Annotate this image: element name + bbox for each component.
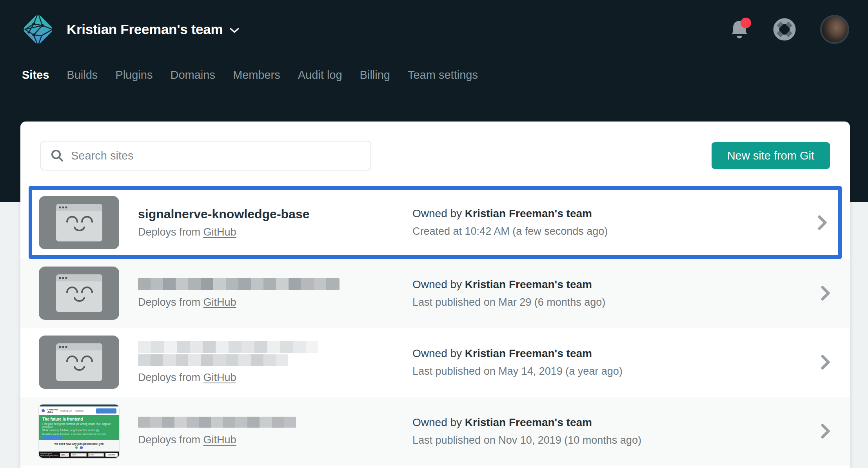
mini-site-header: Frontend Jobs Mailing List Contact bbox=[39, 406, 119, 415]
tab-builds[interactable]: Builds bbox=[67, 67, 98, 83]
github-link[interactable]: GitHub bbox=[203, 226, 236, 238]
deploy-source-line: Deploys from GitHub bbox=[138, 226, 412, 238]
mini-site-footer-text: frontend jobs directly in your inbox bbox=[40, 453, 58, 457]
chevron-right-icon[interactable] bbox=[821, 286, 830, 301]
notifications-button[interactable] bbox=[730, 19, 749, 40]
mini-site-footer: frontend jobs directly in your inbox Dai… bbox=[39, 452, 119, 458]
redacted-site-name bbox=[138, 354, 288, 366]
deploy-source-line: Deploys from GitHub bbox=[138, 434, 412, 446]
mini-site-select: Daily bbox=[60, 453, 69, 457]
netlify-logo-icon[interactable] bbox=[22, 12, 54, 47]
owner-team-name: Kristian Freeman's team bbox=[465, 278, 592, 290]
site-row-redacted-3[interactable]: Frontend Jobs Mailing List Contact The f… bbox=[20, 397, 850, 466]
owned-prefix: Owned by bbox=[412, 207, 465, 219]
tab-plugins[interactable]: Plugins bbox=[115, 67, 153, 83]
mini-site-hero-title: The future is frontend bbox=[42, 417, 116, 421]
redacted-site-name bbox=[138, 278, 340, 290]
deploy-prefix: Deploys from bbox=[138, 296, 203, 308]
team-nav: Sites Builds Plugins Domains Members Aud… bbox=[0, 67, 868, 83]
tab-billing[interactable]: Billing bbox=[360, 67, 390, 83]
tab-audit-log[interactable]: Audit log bbox=[298, 67, 342, 83]
deploy-source-line: Deploys from GitHub bbox=[138, 296, 412, 308]
site-placeholder-thumbnail bbox=[39, 267, 119, 320]
mini-site-name-input: Name bbox=[71, 453, 87, 457]
header-actions bbox=[730, 15, 849, 44]
owned-prefix: Owned by bbox=[412, 278, 465, 290]
sites-card: New site from Git signalnerve-knowledge-… bbox=[20, 122, 850, 468]
site-meta: Last published on Mar 29 (6 months ago) bbox=[412, 296, 821, 308]
sites-toolbar: New site from Git bbox=[20, 122, 850, 186]
mini-site-emoji-dots bbox=[75, 446, 83, 449]
site-screenshot-thumbnail: Frontend Jobs Mailing List Contact The f… bbox=[39, 405, 119, 458]
deploy-prefix: Deploys from bbox=[138, 226, 203, 238]
mini-site-nav-item: Mailing List bbox=[60, 410, 72, 412]
green-dot bbox=[75, 446, 78, 449]
search-icon bbox=[51, 149, 64, 162]
chevron-right-icon[interactable] bbox=[821, 355, 830, 370]
tab-members[interactable]: Members bbox=[233, 67, 280, 83]
owned-by-line: Owned by Kristian Freeman's team bbox=[412, 207, 818, 220]
mini-site-brand: Frontend Jobs bbox=[47, 408, 58, 413]
owned-by-line: Owned by Kristian Freeman's team bbox=[412, 347, 821, 360]
top-bar: Kristian Freeman's team bbox=[0, 0, 868, 59]
owned-by-line: Owned by Kristian Freeman's team bbox=[412, 278, 821, 291]
owner-team-name: Kristian Freeman's team bbox=[465, 207, 592, 219]
tab-sites[interactable]: Sites bbox=[22, 67, 49, 83]
mini-site-hero: The future is frontend Find your next gr… bbox=[39, 415, 119, 440]
redacted-site-name bbox=[138, 341, 318, 353]
owned-prefix: Owned by bbox=[412, 416, 465, 428]
site-meta: Last published on May 14, 2019 (a year a… bbox=[412, 365, 821, 377]
site-row-signalnerve-knowledge-base[interactable]: signalnerve-knowledge-base Deploys from … bbox=[32, 190, 838, 255]
user-avatar[interactable] bbox=[820, 15, 849, 44]
blue-dot bbox=[80, 446, 83, 449]
owner-team-name: Kristian Freeman's team bbox=[465, 347, 592, 359]
mini-site-cta-button bbox=[96, 408, 116, 414]
mini-site-nav: Mailing List Contact bbox=[60, 410, 84, 412]
tab-team-settings[interactable]: Team settings bbox=[408, 67, 478, 83]
mini-site-logo-icon bbox=[42, 409, 45, 412]
chevron-right-icon[interactable] bbox=[818, 215, 827, 230]
github-link[interactable]: GitHub bbox=[203, 372, 236, 383]
redacted-site-name bbox=[138, 417, 296, 428]
deploy-prefix: Deploys from bbox=[138, 372, 203, 383]
team-name: Kristian Freeman's team bbox=[67, 22, 223, 37]
tab-domains[interactable]: Domains bbox=[170, 67, 215, 83]
site-row-redacted-1[interactable]: Deploys from GitHub Owned by Kristian Fr… bbox=[20, 259, 850, 328]
mini-site-email-input: Email bbox=[88, 453, 104, 457]
owner-team-name: Kristian Freeman's team bbox=[465, 416, 592, 428]
mini-site-nav-item: Contact bbox=[75, 410, 84, 412]
search-box bbox=[40, 141, 371, 171]
new-site-from-git-button[interactable]: New site from Git bbox=[712, 142, 830, 169]
site-meta: Created at 10:42 AM (a few seconds ago) bbox=[412, 225, 818, 238]
selected-site-highlight: signalnerve-knowledge-base Deploys from … bbox=[29, 186, 842, 259]
site-placeholder-thumbnail bbox=[39, 336, 119, 389]
deploy-prefix: Deploys from bbox=[138, 434, 203, 446]
site-meta: Last published on Nov 10, 2019 (10 month… bbox=[412, 434, 821, 446]
site-placeholder-thumbnail bbox=[39, 196, 119, 249]
team-switcher[interactable]: Kristian Freeman's team bbox=[67, 22, 239, 37]
github-link[interactable]: GitHub bbox=[203, 434, 236, 446]
mini-site-subscribe-button: Subscribe bbox=[105, 453, 118, 457]
notification-badge bbox=[741, 18, 751, 28]
mini-site-hero-byline: Brought to you by Bytesized - a develope… bbox=[42, 433, 116, 435]
mini-site-hero-line: Find your next great frontend job writin… bbox=[42, 423, 116, 429]
mini-site-hero-line: Work remotely, full-time, or get your fi… bbox=[42, 429, 116, 432]
help-lifebuoy-icon[interactable] bbox=[773, 18, 796, 41]
site-name: signalnerve-knowledge-base bbox=[138, 207, 412, 221]
mini-site-body: We don't have any jobs posted here, yet! bbox=[39, 440, 119, 452]
github-link[interactable]: GitHub bbox=[203, 296, 236, 308]
mini-site-empty-text: We don't have any jobs posted here, yet! bbox=[54, 443, 104, 445]
deploy-source-line: Deploys from GitHub bbox=[138, 372, 412, 384]
chevron-right-icon[interactable] bbox=[821, 424, 830, 439]
site-row-redacted-2[interactable]: Deploys from GitHub Owned by Kristian Fr… bbox=[20, 328, 850, 397]
chevron-down-icon bbox=[230, 28, 239, 33]
owned-by-line: Owned by Kristian Freeman's team bbox=[412, 416, 821, 429]
search-input[interactable] bbox=[71, 149, 361, 162]
owned-prefix: Owned by bbox=[412, 347, 465, 359]
